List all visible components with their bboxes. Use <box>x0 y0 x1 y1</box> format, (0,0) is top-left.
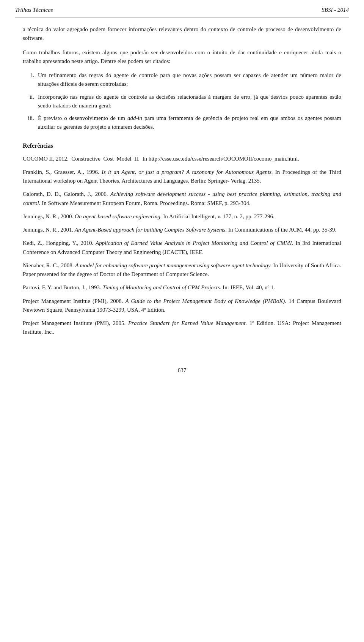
list-item-i-text: Um refinamento das regras do agente de c… <box>38 71 341 89</box>
ref-nienaber-italic: A model for enhancing software project m… <box>75 262 271 268</box>
reference-kedi: Kedi, Z., Hongping, Y., 2010. Applicatio… <box>23 239 341 257</box>
header-right-title: SBSI - 2014 <box>322 7 349 13</box>
references-section: Referências COCOMO II, 2012. Constructiv… <box>23 142 341 337</box>
header-left-title: Trilhas Técnicas <box>15 7 53 13</box>
reference-pmi2005: Project Management Institute (PMI), 2005… <box>23 319 341 337</box>
reference-pmi2008: Project Management Institue (PMI), 2008.… <box>23 297 341 315</box>
list-marker-ii: ii. <box>23 93 38 101</box>
intro-paragraph: a técnica do valor agregado podem fornec… <box>23 25 341 43</box>
ref-partovi-italic: Timing of Monitoring and Control of CPM … <box>102 284 221 290</box>
main-content: a técnica do valor agregado podem fornec… <box>0 17 364 353</box>
reference-partovi: Partovi, F. Y. and Burton, J., 1993. Tim… <box>23 283 341 292</box>
ref-pmi2005-italic: Practice Standart for Earned Value Manag… <box>128 320 247 326</box>
page: Trilhas Técnicas SBSI - 2014 a técnica d… <box>0 0 364 642</box>
page-number: 637 <box>178 367 187 373</box>
ref-jennings2000-italic: On agent-based software engineering. <box>75 213 162 219</box>
list-item: ii. Incorporação nas regras do agente de… <box>23 93 341 110</box>
page-header: Trilhas Técnicas SBSI - 2014 <box>0 0 364 17</box>
references-title: Referências <box>23 142 341 149</box>
como-paragraph: Como trabalhos futuros, existem alguns q… <box>23 48 341 66</box>
page-footer: 637 <box>0 360 364 377</box>
ref-galorath-italic: Achieving software development success -… <box>23 191 341 206</box>
future-works-section: Como trabalhos futuros, existem alguns q… <box>23 48 341 132</box>
reference-galorath: Galorath, D. D., Galorath, J., 2006. Ach… <box>23 190 341 208</box>
list-marker-iii: iii. <box>23 114 38 123</box>
reference-jennings2001: Jennings, N. R., 2001. An Agent-Based ap… <box>23 226 341 234</box>
reference-nienaber: Nienaber, R. C., 2008. A model for enhan… <box>23 261 341 279</box>
ref-pmi2008-italic: A Guide to the Project Management Body o… <box>126 298 287 304</box>
list-item-iii-text: É previsto o desenvolvimento de um add-i… <box>38 114 341 132</box>
list-item-ii-text: Incorporação nas regras do agente de con… <box>38 93 341 110</box>
list-marker-i: i. <box>23 71 38 80</box>
keyword-as: as <box>149 94 154 100</box>
ref-kedi-italic: Application of Earned Value Analysis in … <box>96 240 293 246</box>
reference-franklin: Franklin, S., Graesser, A., 1996. Is it … <box>23 168 341 186</box>
list-item: i. Um refinamento das regras do agente d… <box>23 71 341 89</box>
add-in-italic: add-in <box>127 115 142 121</box>
ref-franklin-italic: Is it an Agent, or just a program? A tax… <box>102 169 273 175</box>
reference-jennings2000: Jennings, N. R., 2000. On agent-based so… <box>23 212 341 221</box>
reference-cocomo: COCOMO II, 2012. Constructive Cost Model… <box>23 155 341 163</box>
list-item: iii. É previsto o desenvolvimento de um … <box>23 114 341 132</box>
list-items-container: i. Um refinamento das regras do agente d… <box>23 71 341 132</box>
ref-jennings2001-italic: An Agent-Based approach for building Com… <box>75 227 227 233</box>
